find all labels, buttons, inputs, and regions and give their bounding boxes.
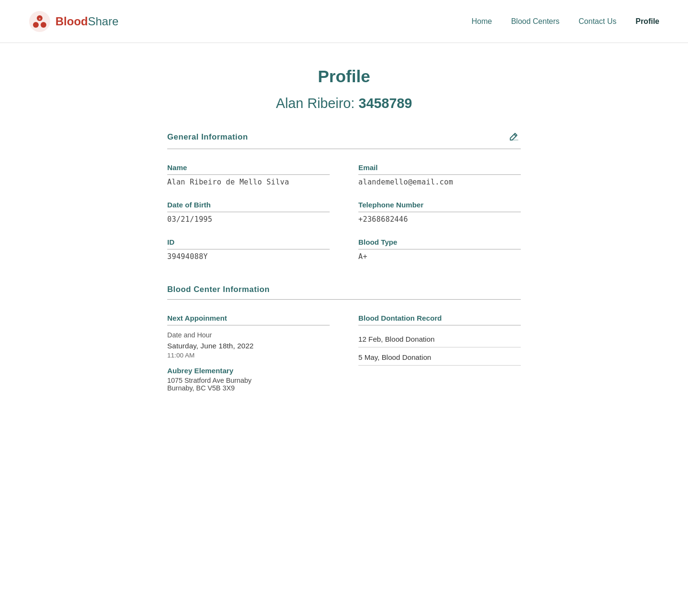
field-telephone: Telephone Number +2368682446 <box>358 201 521 224</box>
logo-text: BloodShare <box>55 15 118 28</box>
logo-share: Share <box>88 15 118 28</box>
nav-home[interactable]: Home <box>472 17 492 26</box>
appointment-location-label: Aubrey Elementary <box>167 367 330 375</box>
field-telephone-label: Telephone Number <box>358 201 521 212</box>
profile-heading: Alan Ribeiro: 3458789 <box>167 96 521 111</box>
field-id-label: ID <box>167 238 330 249</box>
general-info-fields: Name Alan Ribeiro de Mello Silva Email a… <box>167 163 521 261</box>
appointment-column: Next Appoinment Date and Hour Saturday, … <box>167 314 330 392</box>
section-header-blood-center: Blood Center Information <box>167 285 521 300</box>
field-blood-type-label: Blood Type <box>358 238 521 249</box>
field-email-label: Email <box>358 163 521 175</box>
field-name-value: Alan Ribeiro de Mello Silva <box>167 178 330 186</box>
svg-text:+: + <box>39 17 41 21</box>
general-info-section: General Information Name Alan Ribeiro de… <box>167 130 521 261</box>
page-title: Profile <box>167 67 521 86</box>
blood-center-section: Blood Center Information Next Appoinment… <box>167 285 521 392</box>
appointment-address-1: 1075 Stratford Ave Burnaby <box>167 377 330 384</box>
edit-general-button[interactable] <box>507 130 521 144</box>
profile-name-label: Alan Ribeiro: <box>276 96 355 111</box>
profile-id: 3458789 <box>358 96 412 111</box>
field-name-label: Name <box>167 163 330 175</box>
field-dob: Date of Birth 03/21/1995 <box>167 201 330 224</box>
field-email-value: alandemello@email.com <box>358 178 521 186</box>
nav-profile[interactable]: Profile <box>635 17 659 26</box>
logo-blood: Blood <box>55 15 88 28</box>
donation-item-1: 12 Feb, Blood Donation <box>358 331 521 347</box>
appointment-title: Next Appoinment <box>167 314 330 325</box>
donation-item-2: 5 May, Blood Donation <box>358 349 521 366</box>
nav-blood-centers[interactable]: Blood Centers <box>511 17 559 26</box>
appointment-date-label: Date and Hour <box>167 331 330 339</box>
appointment-address-2: Burnaby, BC V5B 3X9 <box>167 384 330 392</box>
field-dob-label: Date of Birth <box>167 201 330 212</box>
general-info-title: General Information <box>167 132 248 142</box>
blood-center-grid: Next Appoinment Date and Hour Saturday, … <box>167 314 521 392</box>
main-content: Profile Alan Ribeiro: 3458789 General In… <box>158 43 530 454</box>
field-id-value: 39494088Y <box>167 252 330 261</box>
svg-point-0 <box>29 11 50 32</box>
navbar: + BloodShare Home Blood Centers Contact … <box>0 0 688 43</box>
logo-icon: + <box>29 11 51 32</box>
section-header-general: General Information <box>167 130 521 149</box>
blood-center-title: Blood Center Information <box>167 285 269 294</box>
nav-contact-us[interactable]: Contact Us <box>579 17 616 26</box>
appointment-date-value: Saturday, June 18th, 2022 <box>167 342 330 350</box>
field-name: Name Alan Ribeiro de Mello Silva <box>167 163 330 186</box>
field-email: Email alandemello@email.com <box>358 163 521 186</box>
svg-point-3 <box>41 22 46 28</box>
nav-links: Home Blood Centers Contact Us Profile <box>472 17 659 26</box>
logo: + BloodShare <box>29 11 118 32</box>
field-blood-type: Blood Type A+ <box>358 238 521 261</box>
donation-record-column: Blood Dontation Record 12 Feb, Blood Don… <box>358 314 521 392</box>
field-dob-value: 03/21/1995 <box>167 215 330 224</box>
svg-point-2 <box>33 22 39 28</box>
edit-icon <box>508 131 520 143</box>
appointment-time-value: 11:00 AM <box>167 352 330 359</box>
field-telephone-value: +2368682446 <box>358 215 521 224</box>
donation-record-title: Blood Dontation Record <box>358 314 521 325</box>
field-id: ID 39494088Y <box>167 238 330 261</box>
field-blood-type-value: A+ <box>358 252 521 261</box>
